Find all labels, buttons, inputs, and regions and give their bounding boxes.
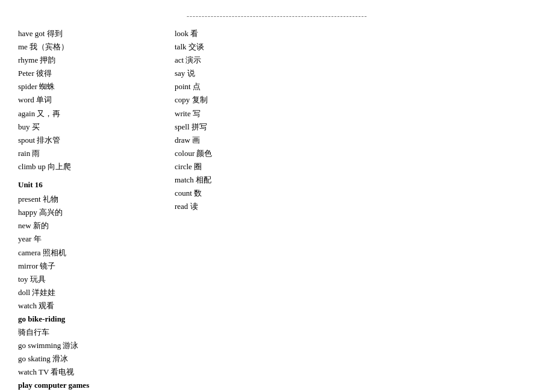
list-item: climb up 向上爬 <box>18 160 138 173</box>
list-item: say 说 <box>175 67 295 80</box>
list-item: year 年 <box>18 232 138 246</box>
list-item: watch TV 看电视 <box>18 366 138 379</box>
page-container: ----------------------------------------… <box>0 0 554 392</box>
list-item: point 点 <box>175 80 295 93</box>
list-item: Peter 彼得 <box>18 67 138 80</box>
list-item: colour 颜色 <box>175 147 295 160</box>
list-item: go bike-riding <box>18 313 138 326</box>
unit-heading: Unit 16 <box>18 178 138 191</box>
list-item: count 数 <box>175 187 295 200</box>
list-item: circle 圈 <box>175 160 295 173</box>
right-column: look 看 talk 交谈 act 演示 say 说 point 点 copy… <box>175 27 295 392</box>
list-item: draw 画 <box>175 134 295 147</box>
list-item: spider 蜘蛛 <box>18 80 138 93</box>
list-item: write 写 <box>175 107 295 120</box>
list-item: spout 排水管 <box>18 134 138 147</box>
list-item: spell 拼写 <box>175 120 295 134</box>
list-item: talk 交谈 <box>175 40 295 54</box>
left-column: have got 得到 me 我（宾格） rhyme 押韵 Peter 彼得 s… <box>18 27 138 392</box>
list-item: word 单词 <box>18 93 138 107</box>
list-item: look 看 <box>175 27 295 40</box>
content-area: have got 得到 me 我（宾格） rhyme 押韵 Peter 彼得 s… <box>18 27 536 392</box>
list-item: me 我（宾格） <box>18 40 138 54</box>
list-item: buy 买 <box>18 120 138 134</box>
list-item: act 演示 <box>175 54 295 67</box>
list-item: mirror 镜子 <box>18 260 138 273</box>
list-item: happy 高兴的 <box>18 206 138 219</box>
list-item: rain 雨 <box>18 147 138 160</box>
list-item: present 礼物 <box>18 193 138 206</box>
list-item: copy 复制 <box>175 93 295 107</box>
list-item: rhyme 押韵 <box>18 54 138 67</box>
list-item: have got 得到 <box>18 27 138 40</box>
list-item: watch 观看 <box>18 299 138 313</box>
list-item: match 相配 <box>175 173 295 187</box>
list-item: new 新的 <box>18 219 138 232</box>
list-item: go skating 滑冰 <box>18 352 138 366</box>
list-item: doll 洋娃娃 <box>18 286 138 299</box>
list-item: go swimming 游泳 <box>18 339 138 352</box>
list-item: toy 玩具 <box>18 273 138 286</box>
list-item: 骑自行车 <box>18 326 138 339</box>
list-item: read 读 <box>175 200 295 213</box>
top-divider: ----------------------------------------… <box>18 12 536 21</box>
list-item: again 又，再 <box>18 107 138 120</box>
list-item: play computer games <box>18 379 138 392</box>
list-item: camera 照相机 <box>18 246 138 260</box>
